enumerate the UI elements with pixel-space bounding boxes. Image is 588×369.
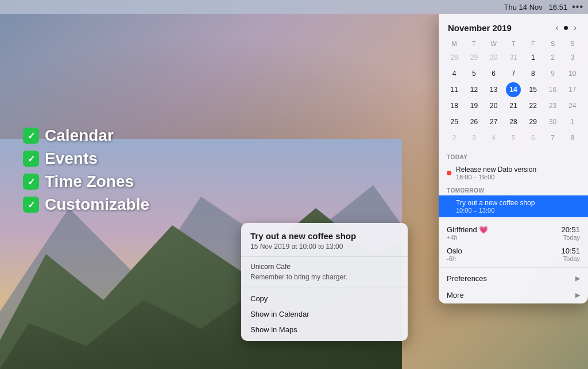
- feature-customizable-label: Customizable: [45, 195, 149, 214]
- calendar-panel: November 2019 ‹ › M T W T F S S 28 29 30…: [439, 14, 588, 303]
- day-header-sun: S: [563, 38, 582, 49]
- popup-header: Try out a new coffee shop 15 Nov 2019 at…: [241, 223, 408, 257]
- cal-day-4[interactable]: 4: [447, 66, 462, 81]
- calendar-header: November 2019 ‹ ›: [439, 14, 588, 38]
- timezone-girlfriend[interactable]: Girlfriend 💗 +4h 20:51 Today: [439, 222, 588, 244]
- cal-day-3[interactable]: 3: [565, 50, 580, 65]
- cal-day-16[interactable]: 16: [546, 82, 560, 97]
- cal-day-1[interactable]: 1: [525, 50, 540, 65]
- day-headers-row: M T W T F S S: [444, 38, 582, 49]
- cal-day-9[interactable]: 9: [546, 66, 560, 81]
- popup-copy-action[interactable]: Copy: [241, 291, 408, 306]
- menubar: Thu 14 Nov 16:51 •••: [0, 0, 588, 14]
- cal-day-3-dec[interactable]: 3: [466, 130, 481, 145]
- cal-day-30-oct[interactable]: 30: [486, 50, 501, 65]
- tz-oslo-day: Today: [561, 255, 580, 262]
- feature-events: Events: [23, 149, 149, 168]
- cal-day-17[interactable]: 17: [565, 82, 580, 97]
- popup-show-calendar-action[interactable]: Show in Calendar: [241, 306, 408, 322]
- cal-day-28-oct[interactable]: 28: [447, 50, 462, 65]
- day-header-fri: F: [523, 38, 543, 49]
- cal-day-13[interactable]: 13: [486, 82, 501, 97]
- popup-note: Remember to bring my charger.: [250, 273, 399, 281]
- check-timezones: [23, 174, 39, 190]
- event-dot-blue: [447, 204, 451, 209]
- cal-day-27[interactable]: 27: [486, 114, 501, 129]
- event-release-dato[interactable]: Release new Dato version 18:00 – 19:00: [439, 162, 588, 184]
- day-header-wed: W: [484, 38, 504, 49]
- event-release-dato-time: 18:00 – 19:00: [456, 174, 580, 180]
- cal-day-11[interactable]: 11: [447, 82, 462, 97]
- tz-girlfriend-offset: +4h: [447, 234, 561, 241]
- tz-girlfriend-left: Girlfriend 💗 +4h: [447, 225, 561, 241]
- cal-day-26[interactable]: 26: [466, 114, 481, 129]
- more-label: More: [447, 291, 464, 299]
- cal-day-23[interactable]: 23: [546, 98, 560, 113]
- cal-day-18[interactable]: 18: [447, 98, 462, 113]
- cal-day-5[interactable]: 5: [466, 66, 481, 81]
- check-calendar: [23, 128, 39, 144]
- next-month-button[interactable]: ›: [571, 22, 579, 33]
- divider-tz-menu: [439, 267, 588, 268]
- feature-list: Calendar Events Time Zones Customizable: [23, 126, 149, 218]
- preferences-menu-item[interactable]: Preferences ▶: [439, 270, 588, 287]
- cal-day-2-dec[interactable]: 2: [447, 130, 462, 145]
- preferences-arrow-icon: ▶: [575, 275, 580, 282]
- feature-events-label: Events: [45, 149, 98, 168]
- popup-datetime: 15 Nov 2019 at 10:00 to 13:00: [250, 243, 399, 251]
- cal-day-31-oct[interactable]: 31: [506, 50, 521, 65]
- cal-day-12[interactable]: 12: [466, 82, 481, 97]
- cal-day-29-oct[interactable]: 29: [466, 50, 481, 65]
- today-dot[interactable]: [564, 26, 568, 30]
- week-row-1: 28 29 30 31 1 2 3: [444, 49, 582, 66]
- tz-oslo-offset: -6h: [447, 255, 561, 262]
- popup-show-maps-action[interactable]: Show in Maps: [241, 322, 408, 337]
- section-tomorrow: TOMORROW: [439, 184, 588, 195]
- cal-day-25[interactable]: 25: [447, 114, 462, 129]
- popup-title: Try out a new coffee shop: [250, 231, 399, 241]
- event-coffee-shop-time: 10:00 – 13:00: [456, 207, 580, 214]
- cal-day-21[interactable]: 21: [506, 98, 521, 113]
- cal-day-8[interactable]: 8: [525, 66, 540, 81]
- more-menu-item[interactable]: More ▶: [439, 287, 588, 303]
- day-header-sat: S: [543, 38, 562, 49]
- cal-day-10[interactable]: 10: [565, 66, 580, 81]
- cal-day-6-dec[interactable]: 6: [525, 130, 540, 145]
- cal-day-5-dec[interactable]: 5: [506, 130, 521, 145]
- cal-day-7[interactable]: 7: [506, 66, 521, 81]
- week-row-4: 18 19 20 21 22 23 24: [444, 98, 582, 114]
- cal-day-22[interactable]: 22: [525, 98, 540, 113]
- feature-timezones-label: Time Zones: [45, 172, 134, 191]
- tz-oslo-time: 10:51: [561, 247, 580, 255]
- event-dot-red: [447, 171, 451, 175]
- cal-day-15[interactable]: 15: [525, 82, 540, 97]
- day-header-tue: T: [464, 38, 483, 49]
- cal-day-6[interactable]: 6: [486, 66, 501, 81]
- event-coffee-shop[interactable]: Try out a new coffee shop 10:00 – 13:00: [439, 195, 588, 217]
- event-coffee-shop-info: Try out a new coffee shop 10:00 – 13:00: [456, 199, 580, 214]
- cal-day-28[interactable]: 28: [506, 114, 521, 129]
- prev-month-button[interactable]: ‹: [554, 22, 561, 33]
- cal-day-4-dec[interactable]: 4: [486, 130, 501, 145]
- cal-day-24[interactable]: 24: [565, 98, 580, 113]
- cal-day-19[interactable]: 19: [466, 98, 481, 113]
- cal-day-8-dec[interactable]: 8: [565, 130, 580, 145]
- tz-girlfriend-name: Girlfriend 💗: [447, 225, 561, 234]
- cal-day-1-dec[interactable]: 1: [565, 114, 580, 129]
- timezone-oslo[interactable]: Oslo -6h 10:51 Today: [439, 244, 588, 265]
- event-release-dato-info: Release new Dato version 18:00 – 19:00: [456, 166, 580, 180]
- cal-day-29[interactable]: 29: [525, 114, 540, 129]
- menubar-more-button[interactable]: •••: [572, 2, 583, 12]
- event-coffee-shop-title: Try out a new coffee shop: [456, 199, 580, 207]
- day-header-thu: T: [504, 38, 523, 49]
- cal-day-14-today[interactable]: 14: [506, 82, 521, 97]
- week-row-6: 2 3 4 5 6 7 8: [444, 130, 582, 146]
- tz-oslo-name: Oslo: [447, 247, 561, 255]
- cal-day-20[interactable]: 20: [486, 98, 501, 113]
- week-row-2: 4 5 6 7 8 9 10: [444, 66, 582, 82]
- cal-day-30[interactable]: 30: [546, 114, 560, 129]
- cal-day-2[interactable]: 2: [546, 50, 560, 65]
- cal-day-7-dec[interactable]: 7: [546, 130, 560, 145]
- calendar-nav: ‹ ›: [554, 22, 579, 33]
- week-row-3: 11 12 13 14 15 16 17: [444, 82, 582, 98]
